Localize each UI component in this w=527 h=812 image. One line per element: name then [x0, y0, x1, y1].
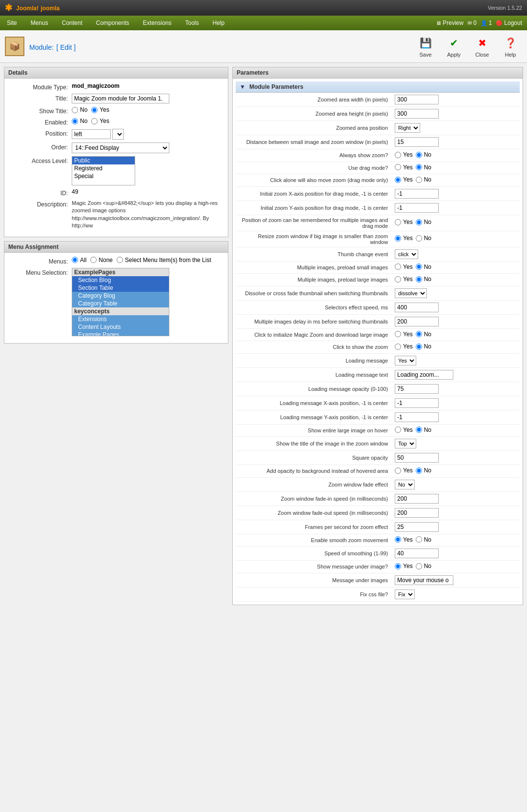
menu-all-radio[interactable]: [72, 257, 78, 263]
param-no-radio-always_show[interactable]: [416, 152, 422, 158]
show-title-yes-radio[interactable]: [91, 107, 98, 113]
param-no-radio-preload_small[interactable]: [416, 264, 422, 270]
nav-preview[interactable]: 🖥 Preview: [436, 20, 464, 26]
menu-none-radio[interactable]: [90, 257, 97, 263]
param-select-zoom_position[interactable]: Right: [395, 123, 420, 133]
param-label-click_show: Click to show the zoom: [236, 341, 392, 354]
position-select[interactable]: [112, 129, 124, 140]
save-button[interactable]: 💾 Save: [414, 33, 437, 60]
param-yes-radio-click_show[interactable]: [395, 344, 401, 350]
param-yes-radio-resize_zoom[interactable]: [395, 235, 401, 242]
menu-item-category-blog[interactable]: Category Blog: [72, 292, 169, 300]
param-select-thumb_event[interactable]: click: [395, 249, 418, 259]
order-select[interactable]: 14::Feed Display: [72, 142, 169, 153]
menu-item-example-pages[interactable]: Example Pages: [72, 331, 169, 336]
help-button[interactable]: ❓ Help: [499, 33, 522, 60]
param-input-smooth_speed[interactable]: [395, 548, 439, 558]
param-no-preload_small: No: [416, 264, 431, 270]
nav-users[interactable]: 👤 1: [481, 20, 492, 26]
title-input[interactable]: [72, 94, 169, 103]
apply-label: Apply: [447, 52, 461, 58]
param-input-y_pos[interactable]: [395, 203, 439, 213]
menu-item-section-table[interactable]: Section Table: [72, 284, 169, 292]
param-no-radio-show_msg[interactable]: [416, 563, 422, 569]
param-input-multi_delay[interactable]: [395, 317, 439, 326]
param-select-show_title[interactable]: Top: [395, 439, 416, 448]
param-no-radio-resize_zoom[interactable]: [416, 235, 422, 242]
param-no-radio-remember_pos[interactable]: [416, 219, 422, 225]
enabled-no-radio[interactable]: [72, 118, 78, 124]
menu-group-examplepages: ExamplePages: [72, 268, 169, 276]
menu-item-category-table[interactable]: Category Table: [72, 300, 169, 307]
param-no-radio-click_move[interactable]: [416, 177, 422, 183]
param-input-fade_in[interactable]: [395, 494, 439, 504]
param-input-zoom_width[interactable]: [395, 95, 439, 104]
param-yes-radio-drag_mode[interactable]: [395, 164, 401, 170]
param-input-msg_text[interactable]: [395, 575, 453, 585]
param-no-radio-show_large[interactable]: [416, 426, 422, 433]
access-list[interactable]: Public Registered Special: [72, 156, 135, 185]
param-select-loading_msg[interactable]: Yes: [395, 356, 416, 365]
param-input-loading_text[interactable]: [395, 370, 453, 380]
close-button[interactable]: ✖ Close: [470, 33, 494, 60]
param-input-loading_y[interactable]: [395, 412, 439, 422]
param-input-selector_speed[interactable]: [395, 303, 439, 312]
access-registered[interactable]: Registered: [72, 164, 135, 172]
access-public[interactable]: Public: [72, 157, 135, 164]
param-yes-click_show: Yes: [395, 343, 413, 350]
nav-components[interactable]: Components: [89, 16, 136, 30]
show-title-no-radio[interactable]: [72, 107, 78, 113]
nav-help[interactable]: Help: [206, 16, 232, 30]
param-no-radio-click_show[interactable]: [416, 344, 422, 350]
params-table: Zoomed area width (in pixels)Zoomed area…: [236, 93, 520, 602]
param-no-radio-bg_opacity[interactable]: [416, 467, 422, 474]
param-select-dissolve[interactable]: dissolve: [395, 288, 427, 298]
param-select-fade_effect[interactable]: No: [395, 480, 415, 489]
position-input[interactable]: [72, 129, 111, 139]
menu-list[interactable]: ExamplePages Section Blog Section Table …: [72, 268, 169, 336]
nav-content[interactable]: Content: [55, 16, 89, 30]
param-select-fix_css[interactable]: Fix: [395, 589, 415, 599]
param-input-zoom_height[interactable]: [395, 109, 439, 119]
param-yes-radio-show_large[interactable]: [395, 426, 401, 433]
nav-extensions[interactable]: Extensions: [136, 16, 179, 30]
nav-logout[interactable]: 🔴 Logout: [496, 20, 522, 26]
nav-tools[interactable]: Tools: [179, 16, 206, 30]
nav-site[interactable]: Site: [0, 16, 24, 30]
param-input-sq_opacity[interactable]: [395, 453, 439, 463]
access-special[interactable]: Special: [72, 172, 135, 180]
param-no-radio-preload_large[interactable]: [416, 276, 422, 283]
param-yes-radio-show_msg[interactable]: [395, 563, 401, 569]
param-value-fade_out: [392, 506, 520, 520]
param-row-fade_out: Zoom window fade-out speed (in milliseco…: [236, 506, 520, 520]
collapse-arrow-icon[interactable]: ▼: [240, 83, 245, 90]
param-yes-radio-always_show[interactable]: [395, 152, 401, 158]
param-yes-radio-smooth_zoom[interactable]: [395, 536, 401, 543]
menu-select-radio[interactable]: [117, 257, 123, 263]
param-input-fps[interactable]: [395, 522, 439, 532]
param-value-x_pos: [392, 186, 520, 201]
menu-item-content-layouts[interactable]: Content Layouts: [72, 323, 169, 331]
edit-link[interactable]: [ Edit ]: [56, 43, 76, 51]
param-no-radio-click_init[interactable]: [416, 331, 422, 337]
param-yes-radio-remember_pos[interactable]: [395, 219, 401, 225]
param-input-x_pos[interactable]: [395, 189, 439, 199]
enabled-yes-radio[interactable]: [91, 118, 98, 124]
param-input-fade_out[interactable]: [395, 508, 439, 518]
menu-item-extensions[interactable]: Extensions: [72, 315, 169, 323]
param-no-radio-smooth_zoom[interactable]: [416, 536, 422, 543]
nav-messages[interactable]: ✉ 0: [467, 20, 477, 26]
param-yes-radio-bg_opacity[interactable]: [395, 467, 401, 474]
param-input-loading_x[interactable]: [395, 398, 439, 408]
param-yes-radio-preload_small[interactable]: [395, 264, 401, 270]
param-input-loading_opacity[interactable]: [395, 384, 439, 394]
apply-button[interactable]: ✔ Apply: [442, 33, 466, 60]
param-input-zoom_distance[interactable]: [395, 137, 439, 147]
param-yes-radio-click_move[interactable]: [395, 177, 401, 183]
param-yes-radio-preload_large[interactable]: [395, 276, 401, 283]
param-yes-radio-click_init[interactable]: [395, 331, 401, 337]
param-no-radio-drag_mode[interactable]: [416, 164, 422, 170]
menu-item-section-blog[interactable]: Section Blog: [72, 276, 169, 284]
nav-menus[interactable]: Menus: [24, 16, 55, 30]
param-value-drag_mode: YesNo: [392, 162, 520, 174]
